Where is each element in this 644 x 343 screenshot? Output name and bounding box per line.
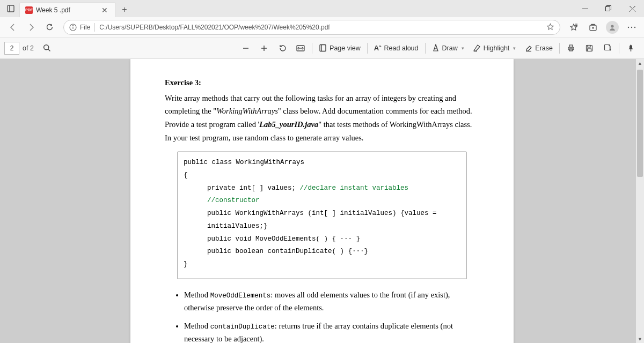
- tab-bar: PDF Week 5 .pdf ✕ +: [0, 0, 644, 17]
- fit-page-button[interactable]: [291, 39, 310, 57]
- pdf-toolbar: 2 of 2 Page view A» Read aloud Draw ▾ Hi…: [0, 38, 644, 59]
- tab-title: Week 5 .pdf: [36, 6, 99, 14]
- address-bar: File C:/Users/SUPERB/Desktop/FALL%202021…: [0, 17, 644, 38]
- avatar-icon: [606, 21, 619, 34]
- svg-point-15: [611, 25, 613, 27]
- erase-button[interactable]: Erase: [520, 39, 557, 57]
- favorites-icon[interactable]: [566, 19, 582, 35]
- separator: [312, 43, 312, 54]
- print-button[interactable]: [562, 39, 580, 57]
- svg-rect-26: [320, 45, 326, 51]
- erase-label: Erase: [535, 44, 553, 52]
- url-separator: [94, 23, 95, 32]
- read-aloud-button[interactable]: A» Read aloud: [370, 39, 423, 57]
- page-total-label: of 2: [23, 44, 34, 52]
- zoom-out-button[interactable]: [237, 39, 255, 57]
- bullet-list: Method MoveOddElements: moves all odd el…: [165, 289, 479, 343]
- scroll-up-icon[interactable]: ▲: [636, 59, 644, 67]
- url-path: C:/Users/SUPERB/Desktop/FALL%202021/OOP/…: [99, 24, 543, 31]
- separator: [559, 43, 560, 54]
- chevron-down-icon: ▾: [513, 46, 516, 51]
- svg-point-9: [72, 25, 73, 26]
- svg-point-18: [634, 26, 635, 27]
- favorite-star-icon[interactable]: [546, 23, 554, 31]
- url-scheme-label: File: [80, 24, 90, 31]
- svg-point-19: [44, 45, 49, 50]
- tab-close-button[interactable]: ✕: [99, 6, 110, 14]
- browser-tab[interactable]: PDF Week 5 .pdf ✕: [19, 2, 116, 17]
- address-right-tools: [566, 19, 640, 35]
- profile-button[interactable]: [604, 19, 620, 35]
- back-button[interactable]: [4, 19, 21, 36]
- svg-point-16: [628, 26, 629, 27]
- svg-rect-0: [8, 5, 14, 12]
- separator: [619, 43, 619, 54]
- draw-button[interactable]: Draw ▾: [428, 39, 469, 57]
- svg-rect-35: [588, 49, 591, 51]
- rotate-button[interactable]: [273, 39, 291, 57]
- pdf-viewport: Exercise 3: Write array methods that car…: [0, 59, 644, 343]
- svg-line-20: [48, 49, 50, 51]
- window-controls: [573, 0, 644, 17]
- vertical-scrollbar[interactable]: ▲ ▼: [636, 59, 644, 343]
- pdf-badge-icon: PDF: [25, 6, 33, 14]
- maximize-button[interactable]: [597, 0, 620, 17]
- collections-icon[interactable]: [585, 19, 601, 35]
- url-field[interactable]: File C:/Users/SUPERB/Desktop/FALL%202021…: [63, 20, 560, 35]
- save-as-button[interactable]: [598, 39, 617, 57]
- scroll-down-icon[interactable]: ▼: [636, 335, 644, 343]
- page-number-input[interactable]: 2: [4, 42, 19, 55]
- save-button[interactable]: [580, 39, 598, 57]
- separator: [425, 43, 426, 54]
- list-item: Method containDuplicate: returns true if…: [184, 320, 479, 343]
- find-button[interactable]: [38, 39, 56, 57]
- read-aloud-label: Read aloud: [384, 44, 419, 52]
- separator: [367, 43, 368, 54]
- page-view-button[interactable]: Page view: [314, 39, 365, 57]
- scrollbar-thumb[interactable]: [637, 70, 643, 177]
- chevron-down-icon: ▾: [462, 46, 464, 51]
- new-tab-button[interactable]: +: [117, 2, 132, 17]
- menu-button[interactable]: [624, 19, 640, 35]
- close-window-button[interactable]: [620, 0, 644, 17]
- exercise-heading: Exercise 3:: [165, 76, 479, 90]
- svg-rect-4: [606, 7, 610, 11]
- code-block: public class WorkingWithArrays { private…: [178, 152, 466, 279]
- highlight-button[interactable]: Highlight ▾: [469, 39, 521, 57]
- svg-rect-31: [569, 45, 573, 47]
- list-item: Method MoveOddElements: moves all odd el…: [184, 289, 479, 315]
- pin-toolbar-button[interactable]: [621, 39, 640, 57]
- page-view-label: Page view: [330, 44, 361, 52]
- svg-point-17: [631, 26, 632, 27]
- svg-rect-34: [588, 45, 590, 47]
- tab-manager-icon[interactable]: [2, 5, 19, 12]
- info-icon[interactable]: [69, 24, 77, 31]
- exercise-paragraph: Write array methods that carry out the f…: [165, 92, 479, 145]
- pdf-page: Exercise 3: Write array methods that car…: [130, 59, 514, 343]
- minimize-button[interactable]: [573, 0, 597, 17]
- draw-label: Draw: [442, 44, 458, 52]
- forward-button[interactable]: [23, 19, 40, 36]
- highlight-label: Highlight: [484, 44, 510, 52]
- zoom-in-button[interactable]: [255, 39, 273, 57]
- refresh-button[interactable]: [41, 19, 58, 36]
